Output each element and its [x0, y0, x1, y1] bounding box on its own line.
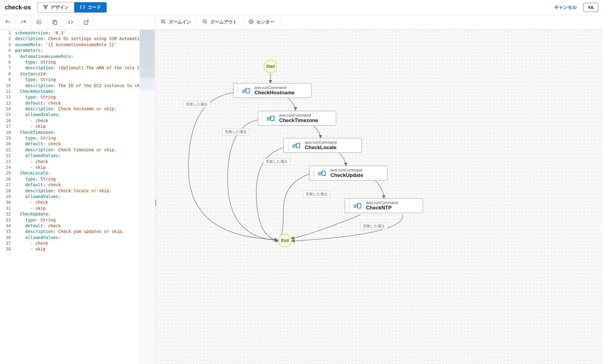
svg-rect-10	[296, 143, 300, 148]
tab-design[interactable]: デザイン	[37, 2, 74, 12]
header-bar: check-os デザイン コード キャンセル YA	[0, 0, 603, 15]
code-toolbar	[0, 15, 155, 30]
node-type: aws:runCommand	[330, 168, 363, 172]
workflow-canvas[interactable]: Start ⋮⋮aws:runCommandCheckHostname⋮⋮aws…	[155, 30, 603, 364]
svg-point-7	[249, 20, 253, 24]
fail-label-3: 失敗した場合	[263, 158, 290, 165]
design-icon	[43, 4, 48, 11]
fail-label-2: 失敗した場合	[222, 128, 249, 135]
center-label: センター	[256, 19, 274, 25]
zoom-out-label: ズームアウト	[210, 19, 237, 25]
runcommand-icon	[350, 199, 364, 213]
drag-handle-icon[interactable]: ⋮⋮	[258, 111, 263, 125]
drag-handle-icon[interactable]: ⋮⋮	[345, 199, 350, 213]
node-name: CheckTimezone	[279, 118, 318, 124]
fail-label-1: 失敗した場合	[183, 101, 210, 108]
svg-rect-12	[358, 203, 361, 208]
workflow-node-checkntp[interactable]: ⋮⋮aws:runCommandCheckNTP	[345, 198, 423, 213]
document-title: check-os	[5, 4, 31, 11]
node-name: CheckUpdate	[330, 172, 363, 178]
svg-rect-1	[46, 5, 47, 6]
start-label: Start	[266, 64, 275, 69]
node-type: aws:runCommand	[254, 85, 295, 90]
graph-edges	[155, 30, 603, 364]
start-node[interactable]: Start	[264, 60, 277, 73]
code-icon	[80, 4, 85, 11]
indent-button[interactable]	[31, 15, 47, 29]
tab-design-label: デザイン	[51, 5, 69, 10]
redo-button[interactable]	[16, 15, 31, 29]
runcommand-icon	[289, 138, 303, 152]
line-gutter: 1234567891011121314151617181920212223242…	[0, 30, 15, 364]
svg-rect-8	[246, 88, 249, 93]
node-name: CheckLocale	[305, 145, 337, 151]
center-button[interactable]: センター	[243, 15, 280, 29]
end-node[interactable]: End	[278, 234, 292, 247]
view-toggle: デザイン コード	[37, 2, 107, 13]
node-type: aws:runCommand	[279, 113, 318, 118]
node-name: CheckHostname	[254, 90, 295, 96]
drag-handle-icon[interactable]: ⋮⋮	[284, 138, 289, 152]
tab-code[interactable]: コード	[74, 2, 106, 12]
drag-handle-icon[interactable]: ⋮⋮	[233, 83, 238, 98]
zoom-out-button[interactable]: ズームアウト	[197, 15, 243, 29]
copy-button[interactable]	[47, 15, 63, 29]
node-type: aws:runCommand	[305, 140, 337, 145]
brackets-button[interactable]	[63, 15, 78, 29]
undo-button[interactable]	[0, 15, 16, 29]
code-pane: 1234567891011121314151617181920212223242…	[0, 15, 155, 364]
svg-rect-9	[271, 116, 274, 121]
code-content[interactable]: schemaVersion: '0.3'description: Check O…	[15, 30, 139, 364]
zoom-in-button[interactable]: ズームイン	[155, 15, 197, 29]
yaml-button[interactable]: YA	[583, 3, 598, 12]
code-editor[interactable]: 1234567891011121314151617181920212223242…	[0, 30, 155, 364]
graph-toolbar: ズームイン ズームアウト センター	[155, 15, 603, 30]
runcommand-icon	[314, 166, 329, 180]
zoom-out-icon	[202, 19, 208, 25]
workflow-node-checklocale[interactable]: ⋮⋮aws:runCommandCheckLocale	[283, 138, 362, 153]
fail-label-5: 失敗した場合	[360, 223, 387, 230]
graph-pane: ズームイン ズームアウト センター	[155, 15, 603, 364]
drag-handle-icon[interactable]: ⋮⋮	[309, 166, 314, 180]
svg-rect-2	[45, 8, 46, 9]
node-name: CheckNTP	[366, 205, 398, 211]
tab-code-label: コード	[87, 5, 101, 10]
open-external-button[interactable]	[78, 15, 94, 29]
workflow-node-checkhostname[interactable]: ⋮⋮aws:runCommandCheckHostname	[233, 83, 311, 98]
runcommand-icon	[238, 83, 253, 98]
zoom-in-icon	[161, 19, 166, 25]
zoom-in-label: ズームイン	[169, 19, 191, 25]
runcommand-icon	[263, 111, 277, 125]
svg-rect-3	[54, 21, 57, 24]
workflow-node-checkupdate[interactable]: ⋮⋮aws:runCommandCheckUpdate	[309, 166, 387, 180]
workflow-node-checktimezone[interactable]: ⋮⋮aws:runCommandCheckTimezone	[258, 111, 336, 126]
end-label: End	[281, 238, 289, 243]
fail-label-4: 失敗した場合	[303, 191, 330, 198]
cancel-button[interactable]: キャンセル	[551, 3, 580, 12]
svg-point-6	[251, 21, 252, 23]
node-type: aws:runCommand	[366, 200, 398, 205]
svg-rect-0	[43, 5, 45, 6]
minimap[interactable]	[139, 30, 155, 364]
svg-rect-11	[322, 171, 325, 175]
center-icon	[248, 19, 254, 25]
